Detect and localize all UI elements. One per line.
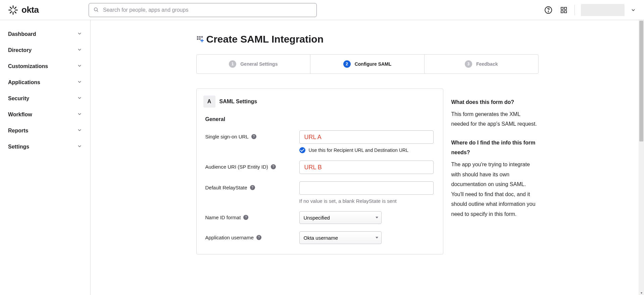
- searchbox: [89, 3, 317, 17]
- wizard-steps: 1 General Settings 2 Configure SAML 3 Fe…: [196, 54, 539, 74]
- chevron-down-icon: [77, 95, 82, 102]
- logo-text: okta: [21, 5, 39, 15]
- step-number: 1: [229, 60, 236, 68]
- checkbox-label: Use this for Recipient URL and Destinati…: [309, 148, 409, 153]
- create-app-icon: [196, 36, 204, 43]
- user-menu-caret-icon[interactable]: [631, 7, 636, 13]
- sidebar: Dashboard Directory Customizations Appli…: [0, 20, 91, 295]
- scroll-down-icon[interactable]: ▾: [640, 291, 643, 294]
- scrollbar[interactable]: ▾: [639, 20, 644, 295]
- app-username-select[interactable]: [299, 231, 382, 244]
- okta-sun-icon: [8, 5, 18, 15]
- svg-rect-17: [199, 36, 201, 38]
- relay-state-input[interactable]: [299, 181, 434, 195]
- step-configure-saml[interactable]: 2 Configure SAML: [310, 55, 425, 73]
- topbar-right: [544, 4, 636, 16]
- sidebar-item-label: Settings: [8, 144, 29, 150]
- svg-rect-12: [561, 7, 563, 9]
- field-audience-uri: Audience URI (SP Entity ID) ?: [203, 161, 436, 174]
- svg-point-11: [548, 11, 549, 12]
- sidebar-item-label: Security: [8, 96, 29, 102]
- step-label: Configure SAML: [355, 61, 392, 67]
- svg-rect-16: [197, 36, 198, 38]
- nameid-select[interactable]: [299, 211, 382, 224]
- step-label: Feedback: [476, 61, 498, 67]
- help-tooltip-icon[interactable]: ?: [243, 215, 248, 220]
- sidebar-item-label: Customizations: [8, 63, 48, 69]
- chevron-down-icon: [77, 143, 82, 150]
- svg-rect-15: [564, 10, 566, 12]
- scrollbar-thumb[interactable]: [639, 21, 643, 141]
- main: Create SAML Integration 1 General Settin…: [91, 20, 644, 295]
- svg-line-5: [15, 11, 16, 13]
- sidebar-item-settings[interactable]: Settings: [0, 139, 90, 155]
- field-relay-state: Default RelayState ? If no value is set,…: [203, 181, 436, 204]
- apps-grid-icon[interactable]: [559, 5, 568, 15]
- field-app-username: Application username ?: [203, 231, 436, 244]
- helper-text: If no value is set, a blank RelayState i…: [299, 198, 436, 204]
- search-icon: [93, 7, 99, 13]
- sidebar-item-dashboard[interactable]: Dashboard: [0, 26, 90, 42]
- field-label-text: Single sign-on URL: [205, 134, 249, 139]
- svg-rect-20: [199, 38, 201, 40]
- field-sso-url: Single sign-on URL ? Use this for Recipi…: [203, 130, 436, 153]
- help-tooltip-icon[interactable]: ?: [251, 134, 256, 139]
- svg-point-8: [94, 8, 97, 11]
- search-input[interactable]: [89, 3, 317, 17]
- sidebar-item-label: Workflow: [8, 112, 32, 118]
- saml-settings-card: A SAML Settings General Single sign-on U…: [196, 88, 443, 254]
- step-general-settings[interactable]: 1 General Settings: [197, 55, 311, 73]
- step-number: 3: [465, 60, 472, 68]
- sso-url-input[interactable]: [299, 130, 434, 144]
- help-tooltip-icon[interactable]: ?: [250, 185, 255, 190]
- step-label: General Settings: [240, 61, 278, 67]
- use-for-recipient-checkbox[interactable]: [299, 147, 305, 153]
- sidebar-item-label: Reports: [8, 128, 28, 134]
- sidebar-item-directory[interactable]: Directory: [0, 42, 90, 58]
- svg-line-7: [10, 11, 11, 13]
- sidebar-item-security[interactable]: Security: [0, 91, 90, 107]
- chevron-down-icon: [77, 127, 82, 134]
- chevron-down-icon: [77, 31, 82, 38]
- sidebar-item-reports[interactable]: Reports: [0, 123, 90, 139]
- help-body: The app you're trying to integrate with …: [451, 160, 539, 219]
- field-label-text: Name ID format: [205, 215, 241, 220]
- subsection-general: General: [203, 116, 436, 122]
- chevron-down-icon: [77, 79, 82, 86]
- field-label-text: Application username: [205, 235, 254, 240]
- sidebar-item-customizations[interactable]: Customizations: [0, 58, 90, 74]
- divider: [575, 5, 575, 15]
- logo[interactable]: okta: [8, 5, 89, 15]
- help-tooltip-icon[interactable]: ?: [271, 164, 276, 169]
- section-badge: A: [203, 96, 215, 108]
- section-title: SAML Settings: [219, 99, 257, 105]
- help-panel: What does this form do? This form genera…: [451, 88, 539, 228]
- help-icon[interactable]: [544, 5, 553, 15]
- svg-rect-14: [561, 10, 563, 12]
- page-title: Create SAML Integration: [206, 34, 324, 45]
- help-tooltip-icon[interactable]: ?: [256, 235, 261, 240]
- step-number: 2: [343, 60, 351, 68]
- field-label-text: Default RelayState: [205, 185, 247, 190]
- sidebar-item-applications[interactable]: Applications: [0, 74, 90, 91]
- help-body: This form generates the XML needed for t…: [451, 109, 539, 129]
- help-heading: What does this form do?: [451, 97, 539, 107]
- svg-line-6: [15, 7, 16, 8]
- sidebar-item-workflow[interactable]: Workflow: [0, 107, 90, 123]
- user-menu[interactable]: [581, 4, 625, 16]
- audience-uri-input[interactable]: [299, 161, 434, 174]
- help-heading: Where do I find the info this form needs…: [451, 138, 539, 158]
- svg-rect-19: [197, 38, 198, 40]
- field-nameid-format: Name ID format ?: [203, 211, 436, 224]
- svg-rect-18: [201, 36, 203, 38]
- step-feedback[interactable]: 3 Feedback: [425, 55, 538, 73]
- chevron-down-icon: [77, 47, 82, 54]
- chevron-down-icon: [77, 63, 82, 70]
- page-title-row: Create SAML Integration: [196, 34, 539, 45]
- search-wrap: [89, 3, 544, 17]
- sidebar-item-label: Dashboard: [8, 31, 36, 37]
- sidebar-item-label: Directory: [8, 47, 32, 53]
- section-header: A SAML Settings: [203, 96, 436, 108]
- sidebar-item-label: Applications: [8, 79, 40, 85]
- topbar: okta: [0, 0, 644, 20]
